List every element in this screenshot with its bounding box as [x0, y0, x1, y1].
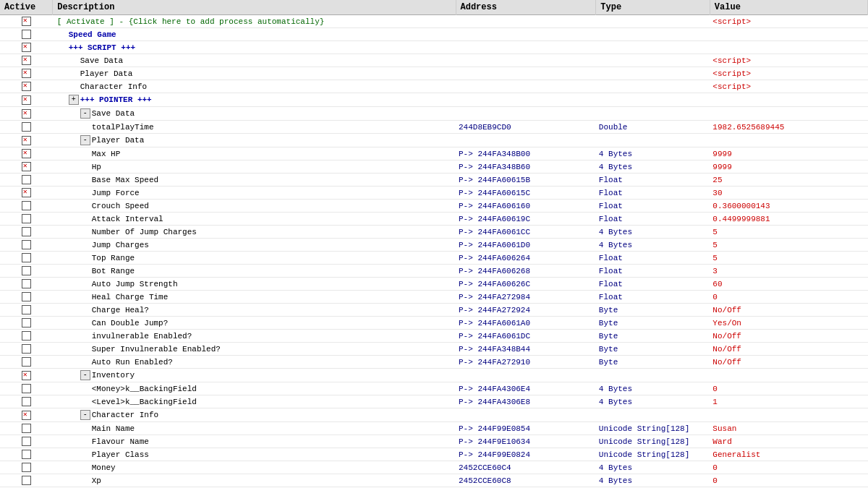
checkbox[interactable]	[22, 357, 31, 367]
value-cell[interactable]: 0	[710, 474, 867, 487]
checkbox[interactable]	[22, 411, 31, 420]
table-row[interactable]: -Inventory	[0, 369, 868, 382]
checkbox[interactable]	[22, 175, 31, 184]
value-cell[interactable]	[710, 93, 867, 107]
table-row[interactable]: [ Activate ] - {Click here to add proces…	[0, 15, 868, 28]
table-row[interactable]: -Character Info	[0, 408, 868, 422]
checkbox[interactable]	[22, 95, 31, 105]
value-cell[interactable]	[710, 369, 867, 382]
value-cell[interactable]: <script>	[710, 54, 867, 67]
value-cell[interactable]: <script>	[710, 15, 867, 28]
table-row[interactable]: Heal Charge TimeP-> 244FA272984Float0	[0, 291, 868, 304]
main-table-container[interactable]: Active Description Address Type Value [ …	[0, 0, 868, 488]
value-cell[interactable]: 30	[710, 187, 867, 200]
table-row[interactable]: Jump ForceP-> 244FA60615CFloat30	[0, 187, 868, 200]
checkbox[interactable]	[22, 82, 31, 91]
checkbox[interactable]	[22, 384, 31, 393]
checkbox[interactable]	[22, 227, 31, 236]
table-row[interactable]: Xp2452CCE60C84 Bytes0	[0, 474, 868, 487]
checkbox[interactable]	[22, 450, 31, 459]
value-cell[interactable]	[710, 134, 867, 147]
table-row[interactable]: Speed Game	[0, 28, 868, 41]
checkbox[interactable]	[22, 43, 31, 52]
table-row[interactable]: Number Of Jump ChargesP-> 244FA6061CC4 B…	[0, 226, 868, 239]
table-row[interactable]: Player Data<script>	[0, 67, 868, 80]
table-row[interactable]: Max HPP-> 244FA348B004 Bytes9999	[0, 147, 868, 160]
table-row[interactable]: <Level>k__BackingFieldP-> 244FA4306E84 B…	[0, 395, 868, 408]
checkbox[interactable]	[22, 305, 31, 314]
value-cell[interactable]: <script>	[710, 67, 867, 80]
checkbox[interactable]	[22, 437, 31, 446]
value-cell[interactable]: Ward	[710, 435, 867, 448]
value-cell[interactable]: 0	[710, 382, 867, 395]
checkbox[interactable]	[22, 344, 31, 354]
value-cell[interactable]: 60	[710, 278, 867, 291]
checkbox[interactable]	[22, 109, 31, 119]
table-row[interactable]: -Player Data	[0, 134, 868, 147]
table-row[interactable]: <Money>k__BackingFieldP-> 244FA4306E44 B…	[0, 382, 868, 395]
checkbox[interactable]	[22, 424, 31, 433]
table-row[interactable]: Base Max SpeedP-> 244FA60615BFloat25	[0, 174, 868, 187]
table-row[interactable]: invulnerable Enabled?P-> 244FA6061DCByte…	[0, 330, 868, 343]
checkbox[interactable]	[22, 476, 31, 485]
checkbox[interactable]	[22, 30, 31, 39]
value-cell[interactable]: 9999	[710, 147, 867, 160]
value-cell[interactable]	[710, 107, 867, 121]
checkbox[interactable]	[22, 266, 31, 275]
value-cell[interactable]: 9999	[710, 160, 867, 174]
checkbox[interactable]	[22, 201, 31, 210]
table-row[interactable]: -Save Data	[0, 107, 868, 121]
value-cell[interactable]: No/Off	[710, 330, 867, 343]
expander-button[interactable]: -	[80, 108, 90, 119]
checkbox[interactable]	[22, 240, 31, 249]
table-row[interactable]: Charge Heal?P-> 244FA272924ByteNo/Off	[0, 304, 868, 317]
table-row[interactable]: ++++ POINTER +++	[0, 93, 868, 107]
checkbox[interactable]	[22, 162, 31, 171]
expander-button[interactable]: -	[80, 410, 90, 420]
checkbox[interactable]	[22, 318, 31, 328]
table-row[interactable]: Player ClassP-> 244F99E0824Unicode Strin…	[0, 448, 868, 461]
table-row[interactable]: Character Info<script>	[0, 80, 868, 93]
expander-button[interactable]: +	[69, 95, 79, 105]
value-cell[interactable]	[710, 28, 867, 41]
table-row[interactable]: Money2452CCE60C44 Bytes0	[0, 461, 868, 474]
value-cell[interactable]: 5	[710, 239, 867, 252]
table-row[interactable]: HpP-> 244FA348B604 Bytes9999	[0, 160, 868, 174]
value-cell[interactable]: 1982.6525689445	[710, 121, 867, 134]
table-row[interactable]: Crouch SpeedP-> 244FA606160Float0.360000…	[0, 200, 868, 213]
value-cell[interactable]: 25	[710, 174, 867, 187]
table-row[interactable]: +++ SCRIPT +++	[0, 41, 868, 54]
value-cell[interactable]: Yes/On	[710, 317, 867, 330]
value-cell[interactable]: 5	[710, 226, 867, 239]
value-cell[interactable]: Susan	[710, 422, 867, 435]
checkbox[interactable]	[22, 56, 31, 65]
checkbox[interactable]	[22, 279, 31, 288]
checkbox[interactable]	[22, 371, 31, 380]
value-cell[interactable]	[710, 41, 867, 54]
checkbox[interactable]	[22, 69, 31, 78]
value-cell[interactable]: 3	[710, 265, 867, 278]
value-cell[interactable]: Generalist	[710, 448, 867, 461]
table-row[interactable]: Auto Jump StrengthP-> 244FA60626CFloat60	[0, 278, 868, 291]
expander-button[interactable]: -	[80, 370, 90, 380]
checkbox[interactable]	[22, 122, 31, 132]
value-cell[interactable]: No/Off	[710, 356, 867, 369]
checkbox[interactable]	[22, 463, 31, 472]
table-row[interactable]: Auto Run Enabled?P-> 244FA272910ByteNo/O…	[0, 356, 868, 369]
value-cell[interactable]: 0	[710, 291, 867, 304]
checkbox[interactable]	[22, 17, 31, 26]
value-cell[interactable]: No/Off	[710, 343, 867, 356]
value-cell[interactable]: 0.4499999881	[710, 213, 867, 226]
checkbox[interactable]	[22, 149, 31, 158]
checkbox[interactable]	[22, 188, 31, 197]
value-cell[interactable]: 0.3600000143	[710, 200, 867, 213]
checkbox[interactable]	[22, 214, 31, 223]
value-cell[interactable]	[710, 408, 867, 422]
table-row[interactable]: Save Data<script>	[0, 54, 868, 67]
table-row[interactable]: totalPlayTime244D8EB9CD0Double1982.65256…	[0, 121, 868, 134]
value-cell[interactable]: 1	[710, 395, 867, 408]
table-row[interactable]: Main NameP-> 244F99E0854Unicode String[1…	[0, 422, 868, 435]
value-cell[interactable]: <script>	[710, 80, 867, 93]
checkbox[interactable]	[22, 331, 31, 341]
table-row[interactable]: Super Invulnerable Enabled?P-> 244FA348B…	[0, 343, 868, 356]
